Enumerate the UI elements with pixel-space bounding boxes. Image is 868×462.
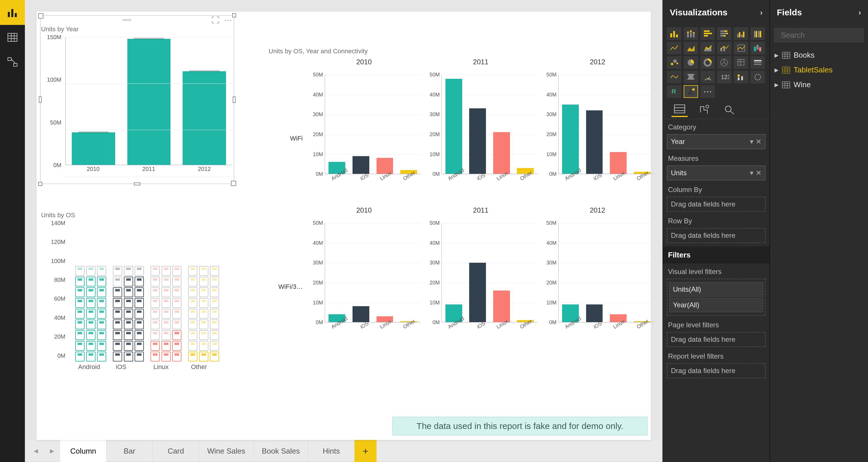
well-label-row-by: Row By: [663, 213, 770, 227]
dropzone-page-filters[interactable]: Drag data fields here: [667, 332, 766, 347]
bar[interactable]: [183, 71, 226, 165]
visual-units-by-year[interactable]: ⛶ ⋯ Units by Year 0M50M100M150M 20102011…: [40, 16, 234, 184]
search-input[interactable]: [774, 28, 864, 42]
viz-type-tile[interactable]: [701, 27, 715, 40]
nav-data[interactable]: [0, 25, 25, 50]
bar[interactable]: [352, 156, 369, 174]
viz-type-tile[interactable]: [667, 71, 681, 83]
page-tab[interactable]: Wine Sales: [199, 440, 254, 462]
y-tick: 50M: [50, 119, 61, 126]
clear-icon[interactable]: ✕: [756, 138, 762, 146]
bar[interactable]: [586, 110, 603, 174]
format-tab[interactable]: [696, 102, 713, 117]
dropzone-row-by[interactable]: Drag data fields here: [667, 228, 766, 243]
pictogram-icon: [97, 341, 106, 351]
viz-type-tile[interactable]: [701, 42, 715, 54]
viz-type-tile[interactable]: [750, 56, 765, 69]
viz-type-tile[interactable]: [701, 71, 715, 83]
fields-table-item[interactable]: ▶TabletSales: [770, 63, 868, 77]
viz-type-tile[interactable]: [684, 42, 698, 54]
resize-handle[interactable]: [134, 182, 141, 185]
fields-tab[interactable]: [672, 102, 688, 117]
viz-type-tile[interactable]: 123: [717, 71, 732, 83]
viz-type-tile[interactable]: [667, 27, 681, 40]
table-icon: [782, 67, 790, 74]
dropzone-report-filters[interactable]: Drag data fields here: [667, 363, 766, 378]
resize-handle[interactable]: [233, 96, 236, 103]
page-tab[interactable]: Bar: [106, 440, 153, 462]
tab-prev-button[interactable]: ◄: [28, 440, 44, 462]
fields-table-item[interactable]: ▶Books: [770, 48, 868, 63]
tab-next-button[interactable]: ►: [44, 440, 60, 462]
fields-header[interactable]: Fields ›: [770, 0, 868, 25]
report-canvas[interactable]: ⛶ ⋯ Units by Year 0M50M100M150M 20102011…: [36, 11, 651, 440]
visual-units-by-os[interactable]: Units by OS 0M20M40M60M80M100M120M140MAn…: [40, 210, 252, 378]
drag-handle-icon[interactable]: [122, 19, 131, 21]
viz-type-tile[interactable]: [734, 71, 748, 83]
viz-type-tile[interactable]: [684, 56, 698, 69]
viz-type-tile[interactable]: [667, 42, 681, 54]
viz-type-tile[interactable]: [717, 27, 732, 40]
visualizations-header[interactable]: Visualizations ›: [663, 0, 770, 25]
viz-type-tile[interactable]: [734, 56, 748, 69]
bar[interactable]: [610, 152, 627, 174]
viz-gallery: 123R⋯: [663, 25, 770, 99]
bar[interactable]: [352, 306, 369, 322]
analytics-tab[interactable]: [721, 102, 738, 117]
viz-type-tile[interactable]: [750, 27, 765, 40]
page-tab[interactable]: Column: [60, 440, 106, 462]
resize-handle[interactable]: [232, 13, 236, 18]
bar[interactable]: [376, 158, 393, 174]
filter-chip[interactable]: Year(All): [669, 298, 763, 312]
chart-title: Units by OS, Year and Connectivity: [268, 46, 368, 59]
well-measures[interactable]: Units ▾ ✕: [667, 165, 766, 180]
viz-type-tile[interactable]: [701, 56, 715, 69]
viz-type-tile[interactable]: [750, 71, 765, 83]
bar[interactable]: [562, 105, 579, 174]
well-label-measures: Measures: [663, 150, 770, 164]
dropzone-column-by[interactable]: Drag data fields here: [667, 197, 766, 212]
pictogram-icon: [151, 319, 160, 329]
bar[interactable]: [72, 133, 115, 165]
viz-type-tile[interactable]: [684, 27, 698, 40]
nav-model[interactable]: [0, 50, 25, 75]
bar[interactable]: [445, 79, 462, 174]
viz-type-tile[interactable]: [684, 85, 698, 98]
viz-type-tile[interactable]: [684, 71, 698, 83]
focus-mode-icon[interactable]: ⛶: [211, 16, 219, 25]
bar[interactable]: [586, 305, 603, 322]
viz-more-button[interactable]: ⋯: [701, 85, 715, 98]
nav-report[interactable]: [0, 0, 25, 25]
page-tab[interactable]: Card: [153, 440, 199, 462]
viz-type-tile[interactable]: [717, 56, 732, 69]
viz-type-tile[interactable]: [717, 42, 732, 54]
svg-rect-27: [720, 35, 723, 36]
pictogram-icon: [172, 352, 182, 362]
bar[interactable]: [493, 132, 510, 174]
bar[interactable]: [469, 263, 486, 322]
filter-chip[interactable]: Units(All): [669, 282, 763, 297]
viz-type-tile[interactable]: [750, 42, 765, 54]
svg-rect-72: [674, 105, 685, 113]
viz-type-tile[interactable]: [734, 42, 748, 54]
bar[interactable]: [469, 108, 486, 174]
filters-report-label: Report level filters: [663, 348, 770, 362]
visual-small-multiples[interactable]: Units by OS, Year and Connectivity 20102…: [268, 46, 656, 350]
viz-type-tile[interactable]: [734, 27, 748, 40]
viz-type-tile[interactable]: [667, 56, 681, 69]
page-tab[interactable]: Hints: [308, 440, 354, 462]
well-value-text: Year: [671, 138, 685, 146]
well-category[interactable]: Year ▾ ✕: [667, 134, 766, 149]
search-field[interactable]: [781, 31, 868, 40]
viz-type-tile[interactable]: R: [667, 85, 681, 98]
bar[interactable]: [127, 39, 171, 165]
resize-handle[interactable]: [38, 182, 42, 186]
clear-icon[interactable]: ✕: [756, 169, 762, 177]
bar[interactable]: [493, 291, 510, 322]
page-tab[interactable]: Book Sales: [254, 440, 309, 462]
pictogram-icon: [188, 309, 197, 319]
resize-handle[interactable]: [39, 96, 42, 103]
add-page-button[interactable]: +: [354, 440, 376, 462]
fields-table-item[interactable]: ▶Wine: [770, 77, 868, 92]
more-options-icon[interactable]: ⋯: [224, 16, 232, 25]
